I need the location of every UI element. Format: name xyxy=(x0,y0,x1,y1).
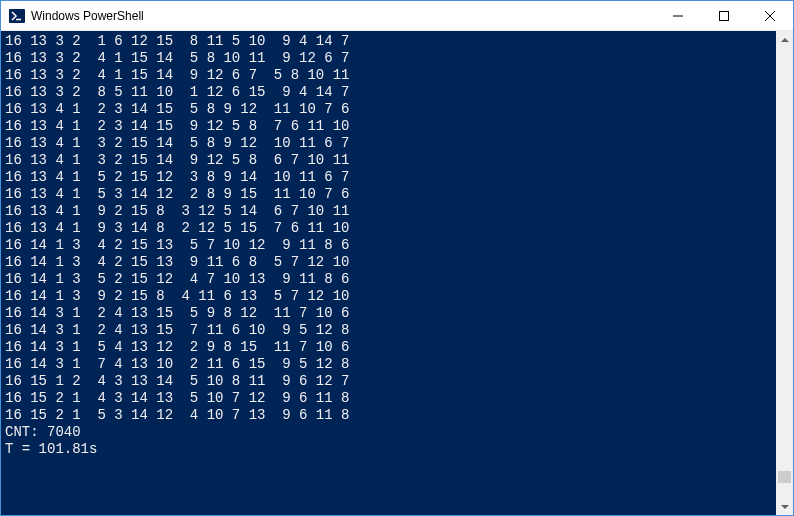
window-controls xyxy=(655,1,793,30)
client-area: 16 13 3 2 1 6 12 15 8 11 5 10 9 4 14 7 1… xyxy=(1,31,793,515)
scroll-down-arrow[interactable] xyxy=(776,498,793,515)
minimize-button[interactable] xyxy=(655,1,701,30)
powershell-icon xyxy=(9,8,25,24)
close-button[interactable] xyxy=(747,1,793,30)
window-titlebar: Windows PowerShell xyxy=(1,1,793,31)
scrollbar-thumb[interactable] xyxy=(778,471,791,483)
console-output: 16 13 3 2 1 6 12 15 8 11 5 10 9 4 14 7 1… xyxy=(1,31,776,515)
maximize-button[interactable] xyxy=(701,1,747,30)
scroll-up-arrow[interactable] xyxy=(776,31,793,48)
svg-rect-3 xyxy=(720,11,729,20)
vertical-scrollbar[interactable] xyxy=(776,31,793,515)
window-title: Windows PowerShell xyxy=(31,9,655,23)
